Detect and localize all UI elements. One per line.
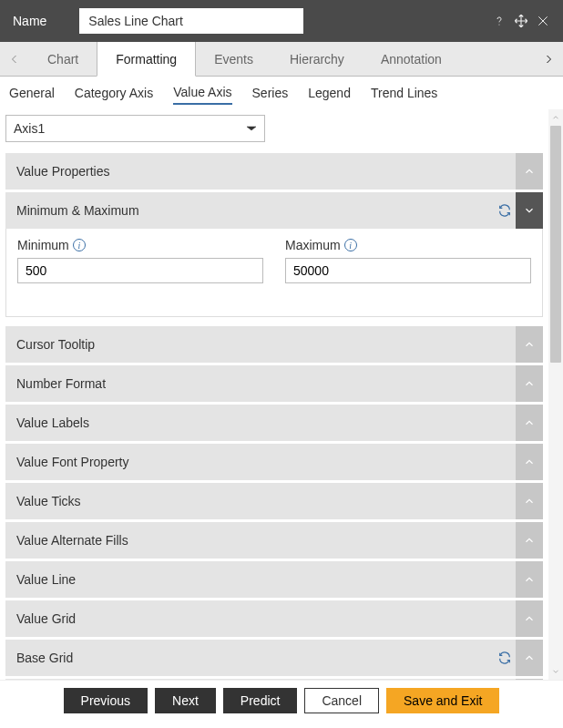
collapse-toggle[interactable] xyxy=(516,326,543,363)
axis-select-value: Axis1 xyxy=(14,121,45,136)
name-label: Name xyxy=(13,14,46,28)
refresh-icon[interactable] xyxy=(494,203,516,218)
axis-select[interactable]: Axis1 xyxy=(5,115,265,142)
name-input[interactable] xyxy=(79,8,303,34)
tabs-prev-icon[interactable] xyxy=(0,42,29,76)
section-label: Value Line xyxy=(16,572,516,587)
tabs-next-icon[interactable] xyxy=(534,42,563,76)
section-label: Value Grid xyxy=(16,611,516,626)
sub-tabs: General Category Axis Value Axis Series … xyxy=(0,77,563,109)
titlebar: Name xyxy=(0,0,563,42)
content: Axis1 Value Properties Minimum & Maximum xyxy=(0,109,548,680)
tab-events[interactable]: Events xyxy=(196,42,271,76)
cancel-button[interactable]: Cancel xyxy=(304,688,379,713)
section-value-line: Value Line xyxy=(5,561,543,598)
collapse-toggle[interactable] xyxy=(516,561,543,598)
section-number-format: Number Format xyxy=(5,365,543,402)
main-tabs: Chart Formatting Events Hierarchy Annota… xyxy=(0,42,563,77)
svg-point-0 xyxy=(498,24,499,25)
minimum-label: Minimum i xyxy=(17,238,263,252)
tab-formatting[interactable]: Formatting xyxy=(97,42,196,77)
section-value-alt-fills: Value Alternate Fills xyxy=(5,522,543,559)
subtab-legend[interactable]: Legend xyxy=(308,82,351,104)
subtab-trend-lines[interactable]: Trend Lines xyxy=(371,82,437,104)
section-label: Value Labels xyxy=(16,415,516,430)
tab-hierarchy[interactable]: Hierarchy xyxy=(271,42,363,76)
min-max-panel: Minimum i Maximum i xyxy=(5,229,543,317)
section-label: Minimum & Maximum xyxy=(16,203,494,218)
save-button[interactable]: Save and Exit xyxy=(386,688,499,713)
scrollbar[interactable] xyxy=(548,109,563,680)
content-wrap: Axis1 Value Properties Minimum & Maximum xyxy=(0,109,563,680)
dialog-root: Name Chart Formatting Events Hierarchy A… xyxy=(0,0,563,720)
collapse-toggle[interactable] xyxy=(516,640,543,676)
move-icon[interactable] xyxy=(510,10,532,32)
scroll-thumb[interactable] xyxy=(550,126,561,363)
refresh-icon[interactable] xyxy=(494,651,516,665)
section-base-grid: Base Grid xyxy=(5,640,543,676)
section-cursor-tooltip: Cursor Tooltip xyxy=(5,326,543,363)
collapse-toggle[interactable] xyxy=(516,192,543,229)
collapse-toggle[interactable] xyxy=(516,365,543,402)
subtab-general[interactable]: General xyxy=(9,82,55,104)
section-label: Cursor Tooltip xyxy=(16,337,516,352)
collapse-toggle[interactable] xyxy=(516,405,543,441)
section-value-ticks: Value Ticks xyxy=(5,483,543,519)
minimum-input[interactable] xyxy=(17,258,263,283)
scroll-up-icon[interactable] xyxy=(548,109,563,126)
section-label: Number Format xyxy=(16,376,516,391)
close-icon[interactable] xyxy=(532,10,554,32)
tab-chart[interactable]: Chart xyxy=(29,42,97,76)
info-icon[interactable]: i xyxy=(344,239,357,251)
info-icon[interactable]: i xyxy=(73,239,86,251)
section-min-max: Minimum & Maximum xyxy=(5,192,543,229)
collapse-toggle[interactable] xyxy=(516,444,543,480)
section-label: Value Alternate Fills xyxy=(16,533,516,548)
collapse-toggle[interactable] xyxy=(516,600,543,637)
next-button[interactable]: Next xyxy=(155,688,216,713)
tab-annotation[interactable]: Annotation xyxy=(363,42,460,76)
section-label: Base Grid xyxy=(16,651,494,665)
section-value-labels: Value Labels xyxy=(5,405,543,441)
predict-button[interactable]: Predict xyxy=(223,688,298,713)
collapse-toggle[interactable] xyxy=(516,153,543,190)
maximum-label: Maximum i xyxy=(285,238,531,252)
subtab-category-axis[interactable]: Category Axis xyxy=(75,82,153,104)
section-value-grid: Value Grid xyxy=(5,600,543,637)
previous-button[interactable]: Previous xyxy=(64,688,148,713)
section-label: Value Properties xyxy=(16,164,516,179)
subtab-value-axis[interactable]: Value Axis xyxy=(173,81,231,105)
section-value-properties: Value Properties xyxy=(5,153,543,190)
section-label: Value Font Property xyxy=(16,455,516,469)
section-label: Value Ticks xyxy=(16,494,516,508)
collapse-toggle[interactable] xyxy=(516,483,543,519)
maximum-input[interactable] xyxy=(285,258,531,283)
footer: Previous Next Predict Cancel Save and Ex… xyxy=(0,680,563,720)
subtab-series[interactable]: Series xyxy=(252,82,289,104)
section-value-font: Value Font Property xyxy=(5,444,543,480)
scroll-down-icon[interactable] xyxy=(548,663,563,680)
help-icon[interactable] xyxy=(488,10,510,32)
collapse-toggle[interactable] xyxy=(516,522,543,559)
